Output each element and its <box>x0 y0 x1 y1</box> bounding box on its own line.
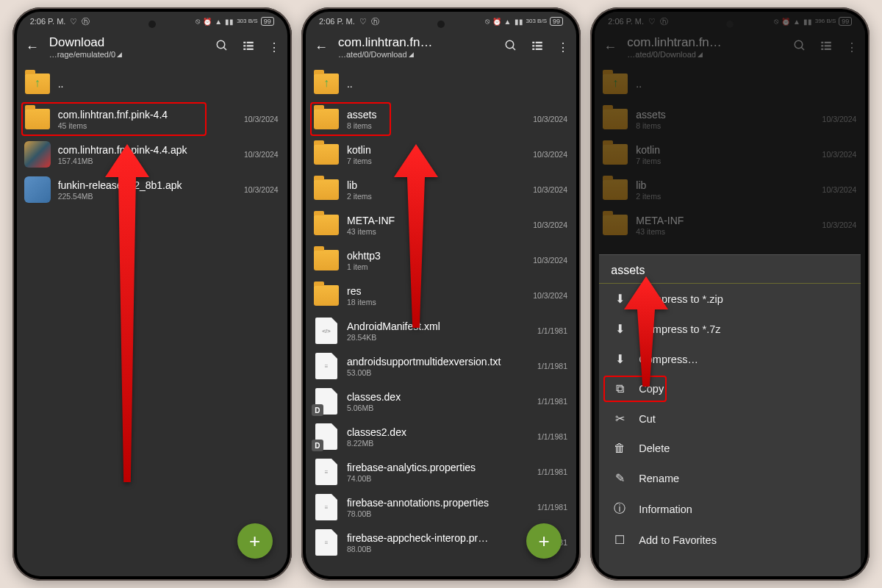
svg-rect-6 <box>243 49 245 50</box>
sheet-label: Add to Favorites <box>639 534 717 546</box>
item-sub: 2 items <box>347 192 526 201</box>
list-item[interactable]: D classes.dex 5.06MB 1/1/1981 <box>306 384 576 419</box>
item-name: .. <box>58 78 280 90</box>
app-header: ← Download …rage/emulated/0 ◢ ⋮ <box>17 31 287 66</box>
svg-point-0 <box>217 40 225 49</box>
item-sub: 18 items <box>347 298 526 306</box>
sheet-icon: ☐ <box>612 533 627 547</box>
sheet-item-compress-[interactable]: ⬇ Compress… <box>599 344 861 374</box>
list-item[interactable]: .. <box>306 66 576 101</box>
svg-line-9 <box>512 47 515 50</box>
item-name: okhttp3 <box>347 250 526 262</box>
sheet-label: Compress… <box>639 354 698 365</box>
list-item[interactable]: .. <box>17 66 287 101</box>
sheet-item-copy[interactable]: ⧉ Copy <box>599 374 861 404</box>
svg-point-8 <box>506 40 514 49</box>
phone-3: 2:06 P. M. ♡ ⓗ ⦸ ⏰ ▲ ▮▮ 396 B/S 99 ← com… <box>590 7 870 581</box>
item-name: firebase-appcheck-interop.pr… <box>347 532 530 544</box>
breadcrumb[interactable]: …rage/emulated/0 ◢ <box>49 50 207 59</box>
list-item[interactable]: ≡ firebase-annotations.properties 78.00B… <box>306 490 576 525</box>
signal-icon: ▮▮ <box>514 18 523 26</box>
list-item[interactable]: funkin-release0_2_8b1.apk 225.54MB 10/3/… <box>17 172 287 207</box>
list-item[interactable]: D classes2.dex 8.22MB 1/1/1981 <box>306 419 576 454</box>
info-icon: ⓗ <box>82 16 90 27</box>
item-sub: 78.00B <box>347 509 530 518</box>
svg-rect-11 <box>536 42 542 43</box>
list-item[interactable]: ≡ androidsupportmultidexversion.txt 53.0… <box>306 348 576 384</box>
sheet-item-information[interactable]: ⓘ Information <box>599 493 861 525</box>
dnd-icon: ⦸ <box>485 17 490 26</box>
list-item[interactable]: okhttp3 1 item 10/3/2024 <box>306 243 576 278</box>
item-sub: 88.00B <box>347 545 530 553</box>
item-sub: 7 items <box>347 157 526 165</box>
list-item[interactable]: assets 8 items 10/3/2024 <box>306 101 576 137</box>
sheet-icon: ⬇ <box>612 322 627 336</box>
breadcrumb[interactable]: …ated/0/Download ◢ <box>338 50 495 59</box>
item-date: 1/1/1981 <box>537 326 567 335</box>
sheet-item-compress-to-z[interactable]: ⬇ Compress to *.7z <box>599 314 861 344</box>
search-icon[interactable] <box>215 39 229 55</box>
svg-rect-5 <box>246 45 253 46</box>
item-date: 1/1/1981 <box>537 432 567 441</box>
svg-rect-12 <box>532 45 534 46</box>
list-item[interactable]: kotlin 7 items 10/3/2024 <box>306 137 576 172</box>
list-item[interactable]: lib 2 items 10/3/2024 <box>306 172 576 207</box>
menu-icon[interactable]: ⋮ <box>557 40 569 54</box>
sheet-label: Compress to *.7z <box>639 323 720 335</box>
sheet-item-cut[interactable]: ✂ Cut <box>599 404 861 434</box>
sheet-item-add-to-favorites[interactable]: ☐ Add to Favorites <box>599 525 861 555</box>
list-item[interactable]: com.linhtran.fnf.pink-4.4 45 items 10/3/… <box>17 101 287 137</box>
svg-rect-13 <box>536 45 542 46</box>
wifi-icon: ▲ <box>215 18 222 26</box>
item-sub: 43 items <box>347 227 526 236</box>
list-item[interactable]: com.linhtran.fnf.pink-4.4.apk 157.41MB 1… <box>17 137 287 172</box>
back-button[interactable]: ← <box>24 40 40 55</box>
screen-1: 2:06 P. M. ♡ ⓗ ⦸ ⏰ ▲ ▮▮ 303 B/S 99 ← Dow… <box>17 12 287 576</box>
item-name: funkin-release0_2_8b1.apk <box>58 179 237 191</box>
item-sub: 45 items <box>58 121 237 130</box>
sheet-item-rename[interactable]: ✎ Rename <box>599 463 861 493</box>
sheet-item-compress-to-zip[interactable]: ⬇ Compress to *.zip <box>599 284 861 314</box>
svg-rect-3 <box>246 42 253 43</box>
item-name: META-INF <box>347 215 526 226</box>
list-item[interactable]: </> AndroidManifest.xml 28.54KB 1/1/1981 <box>306 313 576 348</box>
dropdown-icon: ◢ <box>117 51 122 58</box>
list-item[interactable]: META-INF 43 items 10/3/2024 <box>306 207 576 243</box>
page-title: Download <box>49 35 207 50</box>
item-name: assets <box>347 109 526 121</box>
item-sub: 74.00B <box>347 474 530 483</box>
item-sub: 53.00B <box>347 368 530 377</box>
list-item[interactable]: res 18 items 10/3/2024 <box>306 278 576 313</box>
svg-rect-10 <box>532 42 534 43</box>
item-date: 10/3/2024 <box>533 291 567 300</box>
fab-add[interactable]: + <box>526 523 562 559</box>
item-name: kotlin <box>347 144 526 156</box>
sheet-label: Rename <box>639 473 679 484</box>
list-item[interactable]: ≡ firebase-analytics.properties 74.00B 1… <box>306 454 576 490</box>
wifi-icon: ▲ <box>504 18 512 26</box>
alarm-icon: ⏰ <box>203 18 212 26</box>
item-name: lib <box>347 179 526 191</box>
sheet-item-delete[interactable]: 🗑 Delete <box>599 434 861 463</box>
sheet-icon: ✂ <box>612 412 627 426</box>
item-name: res <box>347 285 526 297</box>
view-icon[interactable] <box>242 39 255 55</box>
item-name: AndroidManifest.xml <box>347 320 530 332</box>
status-time: 2:06 P. M. <box>319 17 355 26</box>
sheet-icon: 🗑 <box>612 442 627 455</box>
item-sub: 225.54MB <box>58 192 237 201</box>
item-name: com.linhtran.fnf.pink-4.4 <box>58 109 237 121</box>
sheet-icon: ⓘ <box>612 501 627 517</box>
menu-icon[interactable]: ⋮ <box>268 40 280 54</box>
item-name: com.linhtran.fnf.pink-4.4.apk <box>58 144 237 156</box>
item-sub: 8 items <box>347 121 526 130</box>
fab-add[interactable]: + <box>237 523 273 559</box>
item-date: 10/3/2024 <box>533 256 567 265</box>
back-button[interactable]: ← <box>313 40 329 55</box>
search-icon[interactable] <box>504 39 517 55</box>
battery-icon: 99 <box>261 17 274 26</box>
alarm-icon: ⏰ <box>492 18 501 26</box>
status-time: 2:06 P. M. <box>30 17 66 26</box>
item-date: 1/1/1981 <box>537 362 567 370</box>
view-icon[interactable] <box>531 39 544 55</box>
